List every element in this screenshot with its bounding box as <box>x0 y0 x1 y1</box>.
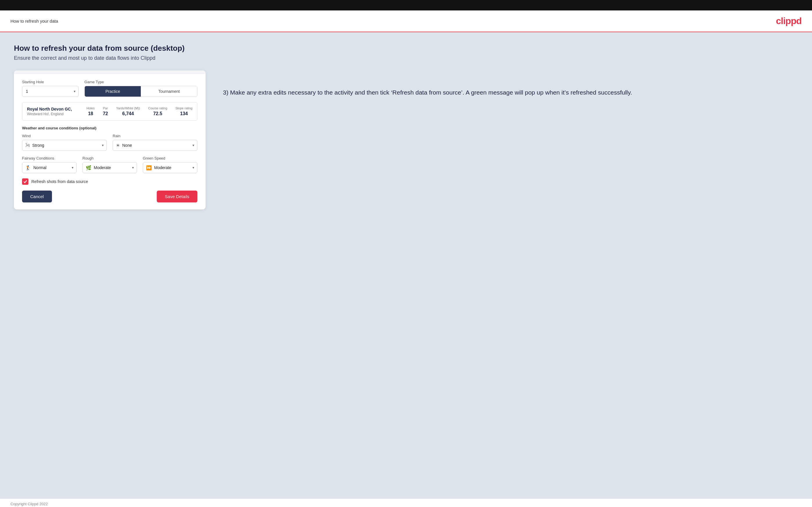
course-rating-value: 72.5 <box>153 111 162 116</box>
slope-rating-value: 134 <box>180 111 188 116</box>
par-value: 72 <box>103 111 108 116</box>
rain-icon: ☀ <box>116 143 120 148</box>
wind-group: Wind 🌬 Strong None Light Moderate ▾ <box>22 134 107 151</box>
game-type-group: Game Type Practice Tournament <box>85 80 197 97</box>
game-type-buttons: Practice Tournament <box>85 86 197 97</box>
fairway-label: Fairway Conditions <box>22 156 77 160</box>
main-content: How to refresh your data from source (de… <box>0 32 812 499</box>
wind-select[interactable]: Strong None Light Moderate <box>32 140 107 151</box>
starting-hole-select-wrapper[interactable]: 1 10 ▾ <box>22 86 79 97</box>
fairway-select-wrapper[interactable]: 🏌 Normal Soft Hard ▾ <box>22 162 77 173</box>
wind-icon: 🌬 <box>25 143 30 148</box>
rough-label: Rough <box>83 156 137 160</box>
rain-select[interactable]: None Light Heavy <box>122 140 197 151</box>
starting-hole-select[interactable]: 1 10 <box>22 86 79 97</box>
yards-label: Yards/White (M)) <box>116 106 140 110</box>
conditions-section: Weather and course conditions (optional)… <box>22 126 197 173</box>
rain-label: Rain <box>113 134 197 138</box>
page-heading: How to refresh your data from source (de… <box>14 44 798 53</box>
starting-hole-label: Starting Hole <box>22 80 79 84</box>
top-bar <box>0 0 812 10</box>
green-speed-icon: ⏩ <box>146 165 152 171</box>
description-panel: 3) Make any extra edits necessary to the… <box>223 70 798 98</box>
logo: clippd <box>776 16 802 26</box>
starting-hole-group: Starting Hole 1 10 ▾ <box>22 80 79 97</box>
rough-select-wrapper[interactable]: 🌿 Moderate Light Heavy ▾ <box>83 162 137 173</box>
green-speed-label: Green Speed <box>143 156 197 160</box>
wind-label: Wind <box>22 134 107 138</box>
fairway-rough-green-row: Fairway Conditions 🏌 Normal Soft Hard ▾ <box>22 156 197 173</box>
green-speed-select[interactable]: Moderate Slow Fast <box>154 162 197 173</box>
holes-stat: Holes 18 <box>87 106 95 116</box>
course-rating-label: Course rating <box>148 106 167 110</box>
par-label: Par <box>103 106 108 110</box>
save-details-button[interactable]: Save Details <box>157 190 197 203</box>
yards-stat: Yards/White (M)) 6,744 <box>116 106 140 116</box>
green-speed-group: Green Speed ⏩ Moderate Slow Fast ▾ <box>143 156 197 173</box>
course-card: Royal North Devon GC, Westward Ho!, Engl… <box>22 102 197 121</box>
holes-value: 18 <box>88 111 93 116</box>
header: How to refresh your data clippd <box>0 10 812 32</box>
course-rating-stat: Course rating 72.5 <box>148 106 167 116</box>
fairway-icon: 🏌 <box>25 165 31 171</box>
wind-rain-row: Wind 🌬 Strong None Light Moderate ▾ <box>22 134 197 151</box>
footer: Copyright Clippd 2022 <box>0 499 812 507</box>
refresh-checkbox-row[interactable]: Refresh shots from data source <box>22 178 197 185</box>
rough-icon: 🌿 <box>86 165 92 171</box>
rough-select[interactable]: Moderate Light Heavy <box>93 162 137 173</box>
form-top-strip <box>14 70 206 74</box>
content-row: Starting Hole 1 10 ▾ Game Type Practice … <box>14 70 798 210</box>
action-row: Cancel Save Details <box>22 190 197 203</box>
copyright: Copyright Clippd 2022 <box>10 502 48 506</box>
cancel-button[interactable]: Cancel <box>22 190 52 203</box>
fairway-select[interactable]: Normal Soft Hard <box>33 162 77 173</box>
slope-rating-stat: Slope rating 134 <box>175 106 193 116</box>
page-subheading: Ensure the correct and most up to date d… <box>14 55 798 61</box>
par-stat: Par 72 <box>103 106 108 116</box>
header-title: How to refresh your data <box>10 18 58 23</box>
holes-label: Holes <box>87 106 95 110</box>
checkmark-icon <box>23 179 27 184</box>
conditions-label: Weather and course conditions (optional) <box>22 126 197 130</box>
green-speed-select-wrapper[interactable]: ⏩ Moderate Slow Fast ▾ <box>143 162 197 173</box>
course-info: Royal North Devon GC, Westward Ho!, Engl… <box>27 107 87 116</box>
course-name: Royal North Devon GC, <box>27 107 87 111</box>
description-text: 3) Make any extra edits necessary to the… <box>223 88 798 98</box>
rain-select-wrapper[interactable]: ☀ None Light Heavy ▾ <box>113 140 197 151</box>
slope-rating-label: Slope rating <box>175 106 193 110</box>
rough-group: Rough 🌿 Moderate Light Heavy ▾ <box>83 156 137 173</box>
wind-select-wrapper[interactable]: 🌬 Strong None Light Moderate ▾ <box>22 140 107 151</box>
game-type-label: Game Type <box>85 80 197 84</box>
course-location: Westward Ho!, England <box>27 112 87 116</box>
practice-button[interactable]: Practice <box>85 86 141 97</box>
refresh-label: Refresh shots from data source <box>31 179 88 184</box>
rain-group: Rain ☀ None Light Heavy ▾ <box>113 134 197 151</box>
refresh-checkbox[interactable] <box>22 178 29 185</box>
yards-value: 6,744 <box>122 111 134 116</box>
form-panel: Starting Hole 1 10 ▾ Game Type Practice … <box>14 70 206 210</box>
course-stats: Holes 18 Par 72 Yards/White (M)) 6,744 C… <box>87 106 193 116</box>
starting-hole-row: Starting Hole 1 10 ▾ Game Type Practice … <box>22 80 197 97</box>
fairway-group: Fairway Conditions 🏌 Normal Soft Hard ▾ <box>22 156 77 173</box>
tournament-button[interactable]: Tournament <box>141 86 197 97</box>
